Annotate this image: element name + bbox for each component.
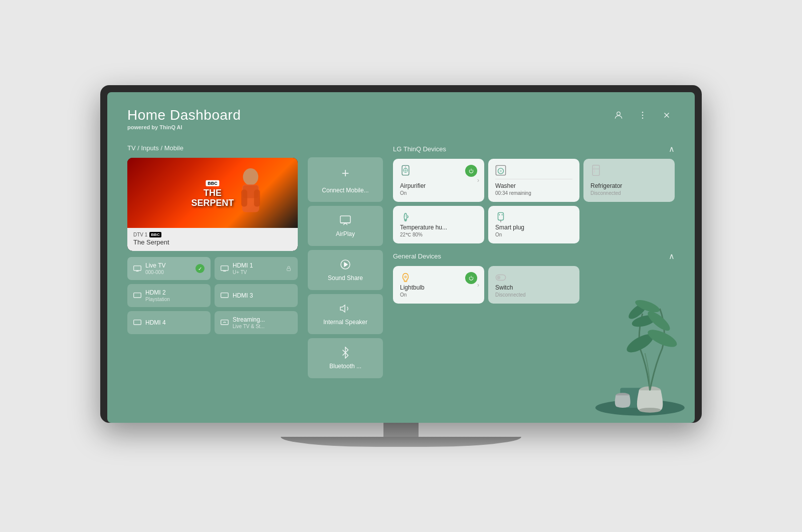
lightbulb-status: On: [400, 292, 477, 298]
airplay-card[interactable]: AirPlay: [308, 206, 383, 246]
thermometer-icon: [400, 212, 411, 223]
thinq-section-header: LG ThinQ Devices ∧: [393, 144, 675, 154]
input-grid: Live TV 000-000 ✓ HDMI 1: [127, 257, 298, 334]
washer-name: Washer: [495, 182, 572, 189]
tv-screen: Home Dashboard powered by ThinQ AI: [107, 92, 695, 422]
dashboard: Home Dashboard powered by ThinQ AI: [107, 92, 695, 422]
svg-point-17: [243, 168, 259, 185]
input-hdmi1[interactable]: HDMI 1 U+ TV: [215, 257, 298, 280]
airpurifier-chevron: ›: [477, 177, 479, 184]
switch-status: Disconnected: [495, 292, 572, 298]
left-panel: TV / Inputs / Mobile: [127, 144, 298, 407]
internal-speaker-card[interactable]: Internal Speaker: [308, 294, 383, 334]
streaming-sub: Live TV & St...: [233, 324, 265, 329]
airpurifier-info: Airpurifier On: [400, 182, 477, 196]
svg-point-36: [344, 263, 346, 265]
general-collapse-button[interactable]: ∧: [669, 251, 675, 261]
tv-frame: Home Dashboard powered by ThinQ AI: [100, 85, 702, 422]
svg-point-11: [617, 112, 621, 116]
page-title: Home Dashboard: [127, 107, 241, 123]
switch-info: Switch Disconnected: [495, 284, 572, 298]
hdmi4-icon: [133, 320, 141, 326]
connect-mobile-card[interactable]: + Connect Mobile...: [308, 157, 383, 202]
sound-share-card[interactable]: Sound Share: [308, 250, 383, 290]
bluetooth-card[interactable]: Bluetooth ...: [308, 338, 383, 378]
svg-rect-56: [498, 213, 504, 220]
svg-point-12: [642, 112, 644, 113]
switch-name: Switch: [495, 284, 572, 291]
temperature-status: 22℃ 80%: [400, 232, 477, 237]
refrigerator-info: Refrigerator Disconnected: [590, 182, 668, 196]
washer-icon: [495, 165, 506, 176]
close-button[interactable]: [659, 107, 675, 123]
header-actions: [611, 107, 675, 123]
svg-rect-32: [340, 216, 350, 223]
lightbulb-info: Lightbulb On: [400, 284, 477, 298]
hdmi4-name: HDMI 4: [145, 319, 166, 326]
general-section-header: General Devices ∧: [393, 251, 675, 261]
device-lightbulb[interactable]: Lightbulb On ›: [393, 266, 484, 304]
svg-rect-48: [592, 165, 599, 176]
refrigerator-icon: [590, 165, 602, 176]
device-washer[interactable]: Washer 00:34 remaining: [488, 159, 579, 202]
active-indicator: ✓: [195, 264, 205, 273]
sound-share-icon: [339, 258, 351, 271]
airpurifier-power-button[interactable]: [465, 165, 477, 177]
streaming-info: Streaming... Live TV & St...: [233, 316, 265, 329]
svg-rect-20: [241, 190, 247, 207]
input-hdmi2[interactable]: HDMI 2 Playstation: [127, 284, 211, 307]
input-hdmi4[interactable]: HDMI 4: [127, 311, 211, 334]
input-streaming[interactable]: Streaming... Live TV & St...: [215, 311, 298, 334]
switch-top: [495, 272, 572, 283]
device-switch[interactable]: Switch Disconnected: [488, 266, 579, 304]
svg-point-47: [497, 166, 498, 168]
svg-point-52: [404, 219, 407, 222]
account-button[interactable]: [611, 107, 627, 123]
switch-icon: [495, 272, 506, 283]
live-tv-info: Live TV 000-000: [145, 262, 165, 275]
svg-rect-21: [254, 190, 260, 207]
temperature-info: Temperature hu... 22℃ 80%: [400, 224, 477, 237]
hdmi1-icon: [221, 265, 229, 272]
svg-rect-51: [594, 170, 595, 173]
tv-stand: [100, 423, 702, 447]
hdmi2-icon: [133, 293, 141, 299]
airpurifier-icon: [400, 165, 411, 176]
general-devices-grid: Lightbulb On ›: [393, 266, 675, 304]
tv-show-name: The Serpent: [133, 238, 292, 246]
monitor-icon: [133, 265, 141, 272]
washer-top: [495, 165, 572, 176]
device-temperature[interactable]: Temperature hu... 22℃ 80%: [393, 206, 484, 243]
tv-channel: DTV 1 BBC: [133, 232, 292, 237]
washer-status: 00:34 remaining: [495, 190, 572, 196]
device-refrigerator[interactable]: Refrigerator Disconnected: [583, 159, 675, 202]
input-hdmi3[interactable]: HDMI 3: [215, 284, 298, 307]
input-live-tv[interactable]: Live TV 000-000 ✓: [127, 257, 211, 280]
general-devices-section: General Devices ∧: [393, 251, 675, 304]
lightbulb-name: Lightbulb: [400, 284, 477, 291]
svg-rect-27: [287, 269, 291, 271]
tv-inputs-section-title: TV / Inputs / Mobile: [127, 144, 298, 152]
lightbulb-chevron: ›: [477, 282, 479, 289]
header-subtitle: powered by ThinQ AI: [127, 124, 241, 130]
hdmi1-sub: U+ TV: [233, 270, 253, 275]
sound-share-label: Sound Share: [328, 275, 363, 282]
bluetooth-label: Bluetooth ...: [329, 363, 361, 370]
lightbulb-power-button[interactable]: [465, 272, 477, 284]
temperature-name: Temperature hu...: [400, 224, 477, 231]
tv-preview-card[interactable]: BBC THE SERPENT DTV 1 BBC The S: [127, 158, 298, 251]
header-title-area: Home Dashboard powered by ThinQ AI: [127, 107, 241, 130]
main-content: TV / Inputs / Mobile: [127, 144, 675, 407]
live-tv-sub: 000-000: [145, 270, 165, 275]
thinq-collapse-button[interactable]: ∧: [669, 144, 675, 154]
temperature-top: [400, 212, 477, 223]
device-airpurifier[interactable]: Airpurifier On ›: [393, 159, 484, 202]
more-options-button[interactable]: [635, 107, 651, 123]
hdmi4-info: HDMI 4: [145, 319, 166, 326]
bluetooth-icon: [339, 347, 351, 359]
svg-point-42: [405, 166, 406, 167]
tv-preview-info: DTV 1 BBC The Serpent: [127, 228, 298, 251]
speaker-icon: [339, 303, 351, 315]
device-smartplug[interactable]: Smart plug On: [488, 206, 579, 243]
show-title-line2: SERPENT: [191, 198, 234, 208]
